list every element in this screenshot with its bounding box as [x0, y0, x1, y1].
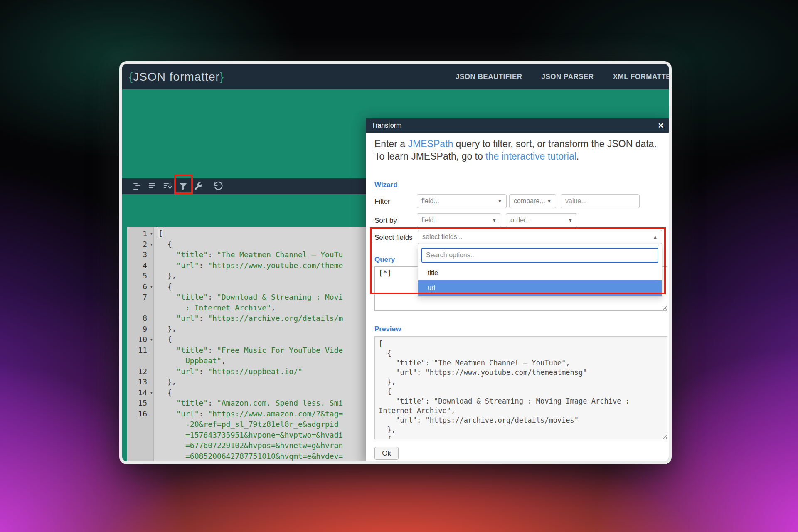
code-text: "url": "https://www.amazon.com/?&tag=: [154, 409, 343, 419]
transform-dialog: Transform ✕ Enter a JMESPath query to fi…: [366, 118, 669, 462]
line-number: 2▾: [127, 239, 154, 250]
filter-compare-select[interactable]: compare...▼: [509, 194, 556, 208]
code-text: Uppbeat",: [154, 355, 226, 366]
nav-xml-formatter[interactable]: XML FORMATTER: [613, 73, 672, 81]
code-text: "title": "The Meatmen Channel – YouTu: [154, 249, 343, 260]
fold-caret-icon[interactable]: ▾: [150, 282, 153, 293]
select-fields-select[interactable]: select fields...▲: [418, 230, 662, 244]
code-text: {: [154, 281, 172, 292]
undo-icon[interactable]: [213, 181, 223, 191]
code-text: =677607229102&hvpos=&hvnetw=g&hvran: [154, 440, 343, 451]
intro-text-1: Enter a: [374, 138, 408, 149]
sort-field-select[interactable]: field...▼: [417, 213, 501, 227]
filter-value-input[interactable]: [561, 194, 640, 208]
line-number: 12: [127, 366, 154, 377]
code-text: },: [154, 377, 176, 387]
line-number: 3: [127, 249, 154, 260]
code-text: =157643735951&hvpone=&hvptwo=&hvadi: [154, 430, 343, 441]
interactive-tutorial-link[interactable]: the interactive tutorial: [485, 151, 576, 162]
dialog-title: Transform: [372, 118, 401, 133]
site-logo[interactable]: {JSON formatter}: [129, 64, 224, 89]
chevron-down-icon: ▼: [547, 199, 552, 204]
line-number: [127, 419, 154, 430]
dropdown-option-title[interactable]: title: [418, 266, 662, 280]
chevron-down-icon: ▼: [492, 218, 497, 223]
dialog-header: Transform ✕: [366, 118, 669, 133]
select-fields-dropdown: title url: [418, 244, 662, 297]
sort-row-label: Sort by: [374, 217, 397, 225]
compact-lines-icon[interactable]: [148, 181, 158, 191]
line-number: 13: [127, 377, 154, 387]
chevron-down-icon: ▼: [498, 199, 502, 204]
preview-section-label: Preview: [374, 325, 401, 333]
filter-field-placeholder: field...: [421, 197, 439, 205]
code-text: "title": "Amazon.com. Spend less. Smi: [154, 398, 343, 409]
line-number: 8: [127, 313, 154, 324]
dropdown-option-url[interactable]: url: [418, 280, 662, 296]
preview-box: [ { "title": "The Meatmen Channel – YouT…: [374, 336, 667, 439]
wizard-section-label: Wizard: [374, 181, 398, 189]
ok-button[interactable]: Ok: [374, 447, 399, 460]
code-text: : Internet Archive",: [154, 303, 276, 313]
code-text: {: [154, 334, 172, 345]
code-text: "url": "https://uppbeat.io/": [154, 366, 303, 377]
sort-field-placeholder: field...: [421, 217, 439, 224]
format-indent-icon[interactable]: [132, 181, 142, 191]
sort-lines-icon[interactable]: [163, 181, 173, 191]
line-number: 10▾: [127, 334, 154, 345]
app-header: {JSON formatter} JSON BEAUTIFIER JSON PA…: [122, 64, 669, 89]
code-text: "title": "Free Music For YouTube Vide: [154, 345, 343, 356]
fold-caret-icon[interactable]: ▾: [150, 388, 153, 399]
nav-json-parser[interactable]: JSON PARSER: [542, 73, 594, 81]
jmespath-link[interactable]: JMESPath: [408, 138, 453, 149]
code-text: -20&ref=pd_sl_79tz81el8r_e&adgrpid: [154, 419, 338, 430]
json-formatter-window: {JSON formatter} JSON BEAUTIFIER JSON PA…: [119, 61, 672, 464]
preview-json-content: [ { "title": "The Meatmen Channel – YouT…: [375, 337, 667, 439]
wrench-icon[interactable]: [193, 181, 203, 191]
line-number: 16: [127, 409, 154, 419]
desktop-background: {JSON formatter} JSON BEAUTIFIER JSON PA…: [0, 0, 798, 532]
logo-close-brace: }: [220, 70, 224, 84]
sort-order-select[interactable]: order...▼: [506, 213, 577, 227]
select-fields-placeholder: select fields...: [422, 233, 463, 241]
code-text: "url": "https://archive.org/details/m: [154, 313, 343, 324]
dialog-intro-text: Enter a JMESPath query to filter, sort, …: [374, 138, 665, 163]
code-text: "url": "https://www.youtube.com/theme: [154, 260, 343, 271]
line-number: 4: [127, 260, 154, 271]
filter-compare-placeholder: compare...: [514, 197, 545, 205]
line-number: [127, 355, 154, 366]
code-text: {: [154, 239, 172, 250]
line-number: 7: [127, 292, 154, 303]
code-text: },: [154, 324, 176, 335]
nav-json-beautifier[interactable]: JSON BEAUTIFIER: [456, 73, 522, 81]
line-number: 6▾: [127, 281, 154, 292]
chevron-down-icon: ▼: [568, 218, 573, 223]
sort-order-placeholder: order...: [510, 217, 531, 224]
filter-funnel-icon[interactable]: [178, 181, 188, 191]
code-text: {: [154, 387, 172, 398]
line-number: 5: [127, 271, 154, 281]
logo-text: JSON formatter: [133, 70, 219, 84]
code-text: =6085200642787751010&hvqmt=e&hvdev=: [154, 451, 343, 462]
query-section-label: Query: [374, 256, 395, 264]
fold-caret-icon[interactable]: ▾: [150, 229, 153, 239]
fold-caret-icon[interactable]: ▾: [150, 239, 153, 250]
intro-text-4: .: [576, 151, 579, 162]
line-number: 11: [127, 345, 154, 356]
line-number: [127, 440, 154, 451]
line-number: 14▾: [127, 387, 154, 398]
line-number: 15: [127, 398, 154, 409]
close-icon[interactable]: ✕: [658, 118, 664, 133]
code-text: "title": "Download & Streaming : Movi: [154, 292, 343, 303]
chevron-up-icon: ▲: [653, 234, 658, 239]
dropdown-search-input[interactable]: [421, 248, 658, 263]
code-text: [: [154, 228, 163, 239]
intro-text-3: To learn JMESPath, go to: [374, 151, 485, 162]
line-number: 9: [127, 324, 154, 335]
line-number: [127, 451, 154, 462]
line-number: 1▾: [127, 228, 154, 239]
fold-caret-icon[interactable]: ▾: [150, 335, 153, 345]
intro-text-2: query to filter, sort, or transform the …: [453, 138, 657, 149]
code-text: },: [154, 271, 176, 281]
filter-field-select[interactable]: field...▼: [417, 194, 507, 208]
